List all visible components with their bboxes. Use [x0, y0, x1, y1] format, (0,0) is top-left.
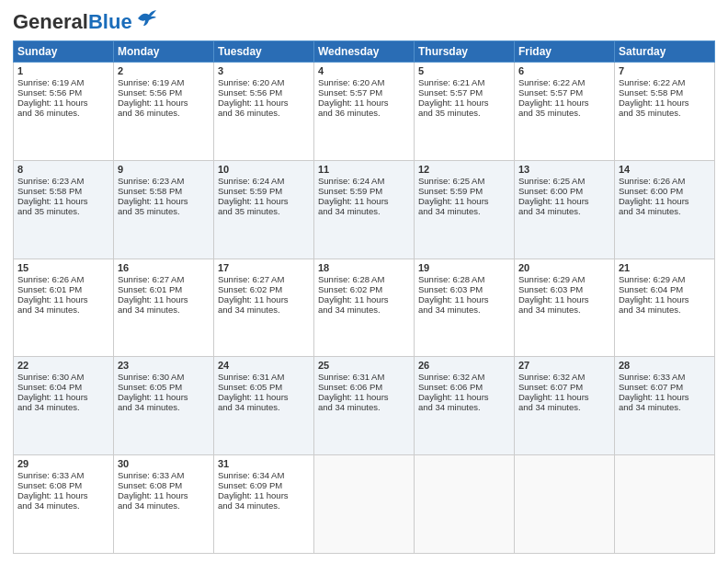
day-info: Sunrise: 6:21 AM [418, 77, 510, 87]
day-info: and 35 minutes. [418, 108, 510, 118]
day-number: 21 [619, 262, 711, 273]
day-info: Sunset: 6:03 PM [418, 284, 510, 294]
day-info: Daylight: 11 hours [518, 98, 610, 108]
weekday-thursday: Thursday [415, 41, 515, 63]
day-info: Sunset: 5:57 PM [518, 87, 610, 98]
day-number: 31 [218, 458, 310, 469]
day-info: Daylight: 11 hours [118, 294, 210, 304]
day-info: and 34 minutes. [418, 304, 510, 315]
calendar-cell: 31Sunrise: 6:34 AMSunset: 6:09 PMDayligh… [214, 455, 314, 554]
day-info: Sunrise: 6:33 AM [118, 470, 210, 480]
day-number: 7 [619, 65, 711, 76]
calendar-cell: 4Sunrise: 6:20 AMSunset: 5:57 PMDaylight… [314, 63, 415, 161]
day-info: Sunrise: 6:19 AM [118, 77, 210, 87]
calendar-cell: 3Sunrise: 6:20 AMSunset: 5:56 PMDaylight… [214, 63, 314, 161]
calendar-cell: 5Sunrise: 6:21 AMSunset: 5:57 PMDaylight… [415, 63, 515, 161]
day-info: Sunset: 5:56 PM [118, 87, 210, 98]
day-info: and 34 minutes. [418, 206, 510, 216]
logo-text: GeneralBlue [13, 12, 132, 32]
day-info: Daylight: 11 hours [17, 98, 109, 108]
day-info: Sunrise: 6:23 AM [17, 176, 109, 186]
calendar-cell: 29Sunrise: 6:33 AMSunset: 6:08 PMDayligh… [14, 455, 114, 554]
day-info: and 34 minutes. [318, 304, 410, 315]
day-info: Sunrise: 6:28 AM [318, 274, 410, 284]
day-info: Sunrise: 6:24 AM [318, 176, 410, 186]
day-number: 10 [218, 164, 310, 175]
day-info: and 34 minutes. [318, 402, 410, 412]
calendar-cell: 20Sunrise: 6:29 AMSunset: 6:03 PMDayligh… [515, 259, 615, 357]
day-number: 3 [218, 65, 310, 76]
day-info: Sunrise: 6:27 AM [118, 274, 210, 284]
day-info: Sunset: 6:04 PM [619, 284, 711, 294]
day-info: Sunrise: 6:33 AM [619, 372, 711, 382]
day-number: 23 [118, 360, 210, 371]
calendar-cell: 21Sunrise: 6:29 AMSunset: 6:04 PMDayligh… [615, 259, 715, 357]
day-info: Sunset: 6:06 PM [418, 382, 510, 392]
day-info: and 34 minutes. [518, 304, 610, 315]
day-info: Sunset: 6:00 PM [619, 186, 711, 196]
calendar-cell: 25Sunrise: 6:31 AMSunset: 6:06 PMDayligh… [314, 357, 415, 455]
calendar-week-5: 29Sunrise: 6:33 AMSunset: 6:08 PMDayligh… [14, 455, 715, 554]
day-number: 15 [17, 262, 109, 273]
weekday-wednesday: Wednesday [314, 41, 415, 63]
calendar-cell: 18Sunrise: 6:28 AMSunset: 6:02 PMDayligh… [314, 259, 415, 357]
weekday-friday: Friday [515, 41, 615, 63]
day-info: and 36 minutes. [118, 108, 210, 118]
day-info: Sunset: 6:08 PM [118, 480, 210, 490]
day-info: Sunset: 6:07 PM [518, 382, 610, 392]
day-info: and 35 minutes. [218, 206, 310, 216]
day-info: Daylight: 11 hours [218, 392, 310, 402]
calendar-cell [415, 455, 515, 554]
day-number: 6 [518, 65, 610, 76]
day-number: 1 [17, 65, 109, 76]
day-info: Sunset: 5:59 PM [218, 186, 310, 196]
day-number: 19 [418, 262, 510, 273]
calendar-cell: 24Sunrise: 6:31 AMSunset: 6:05 PMDayligh… [214, 357, 314, 455]
weekday-saturday: Saturday [615, 41, 715, 63]
day-info: Sunrise: 6:29 AM [518, 274, 610, 284]
day-info: and 36 minutes. [318, 108, 410, 118]
day-info: Sunrise: 6:22 AM [619, 77, 711, 87]
day-info: Daylight: 11 hours [418, 392, 510, 402]
day-info: Sunset: 6:01 PM [17, 284, 109, 294]
day-info: Daylight: 11 hours [318, 392, 410, 402]
day-info: Daylight: 11 hours [118, 490, 210, 500]
day-number: 25 [318, 360, 410, 371]
calendar-cell: 23Sunrise: 6:30 AMSunset: 6:05 PMDayligh… [114, 357, 214, 455]
day-info: Sunrise: 6:30 AM [118, 372, 210, 382]
day-info: Sunrise: 6:20 AM [218, 77, 310, 87]
calendar-cell [615, 455, 715, 554]
day-info: Sunrise: 6:19 AM [17, 77, 109, 87]
day-info: Sunrise: 6:28 AM [418, 274, 510, 284]
calendar-week-1: 1Sunrise: 6:19 AMSunset: 5:56 PMDaylight… [14, 63, 715, 161]
day-info: Sunset: 6:00 PM [518, 186, 610, 196]
day-info: Daylight: 11 hours [619, 98, 711, 108]
day-info: Sunrise: 6:27 AM [218, 274, 310, 284]
day-info: Sunset: 5:57 PM [318, 87, 410, 98]
day-info: and 35 minutes. [118, 206, 210, 216]
day-info: Sunrise: 6:22 AM [518, 77, 610, 87]
day-number: 24 [218, 360, 310, 371]
day-number: 29 [17, 458, 109, 469]
calendar-cell: 6Sunrise: 6:22 AMSunset: 5:57 PMDaylight… [515, 63, 615, 161]
day-info: and 36 minutes. [218, 108, 310, 118]
day-info: and 34 minutes. [218, 402, 310, 412]
day-info: Sunset: 6:02 PM [218, 284, 310, 294]
day-info: Sunset: 5:58 PM [17, 186, 109, 196]
day-info: Daylight: 11 hours [318, 294, 410, 304]
day-number: 4 [318, 65, 410, 76]
day-info: Daylight: 11 hours [218, 490, 310, 500]
weekday-header-row: SundayMondayTuesdayWednesdayThursdayFrid… [14, 41, 715, 63]
calendar-cell: 27Sunrise: 6:32 AMSunset: 6:07 PMDayligh… [515, 357, 615, 455]
day-info: and 34 minutes. [619, 402, 711, 412]
calendar-cell: 13Sunrise: 6:25 AMSunset: 6:00 PMDayligh… [515, 160, 615, 259]
day-info: Sunrise: 6:34 AM [218, 470, 310, 480]
calendar-cell: 17Sunrise: 6:27 AMSunset: 6:02 PMDayligh… [214, 259, 314, 357]
day-info: Sunset: 6:02 PM [318, 284, 410, 294]
day-info: Sunrise: 6:30 AM [17, 372, 109, 382]
day-info: and 34 minutes. [518, 206, 610, 216]
day-number: 28 [619, 360, 711, 371]
day-info: Sunset: 6:05 PM [118, 382, 210, 392]
logo-blue: Blue [88, 10, 132, 33]
day-info: Sunrise: 6:25 AM [518, 176, 610, 186]
